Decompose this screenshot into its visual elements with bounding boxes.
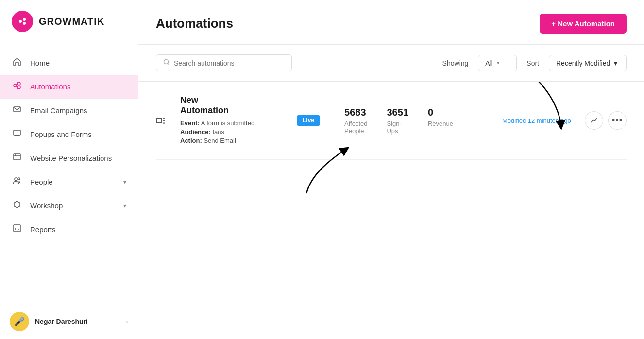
showing-dropdown[interactable]: All ▾ — [478, 55, 517, 71]
sidebar-item-people-label: People — [30, 178, 116, 186]
svg-point-5 — [17, 86, 20, 89]
svg-point-14 — [15, 178, 17, 181]
automation-list: NewAutomation Event: A form is submitted… — [138, 82, 644, 339]
stat-label-signups: Sign-Ups — [387, 120, 408, 135]
chart-button[interactable] — [585, 111, 603, 130]
people-chevron-icon: ▾ — [123, 179, 126, 186]
stat-value-signups: 3651 — [387, 107, 408, 118]
stat-label-affected: AffectedPeople — [344, 120, 367, 135]
people-icon — [12, 176, 22, 187]
svg-line-7 — [17, 86, 17, 87]
search-input[interactable] — [174, 59, 285, 67]
sidebar-item-home-label: Home — [30, 59, 126, 67]
stats-area: 5683 AffectedPeople 3651 Sign-Ups 0 Reve… — [344, 107, 492, 135]
svg-point-4 — [17, 82, 20, 85]
svg-rect-8 — [14, 107, 20, 112]
website-icon — [12, 153, 22, 164]
toolbar: Showing All ▾ Sort Recently Modified ▾ — [138, 45, 644, 82]
sidebar-nav: Home Automations Email Ca — [0, 43, 138, 304]
more-options-button[interactable]: ••• — [608, 111, 627, 130]
sidebar-item-workshop-label: Workshop — [30, 202, 116, 210]
sidebar-item-home[interactable]: Home — [0, 51, 138, 75]
sidebar-item-workshop[interactable]: Workshop ▾ — [0, 194, 138, 218]
user-chevron-icon: › — [126, 318, 128, 325]
sidebar-item-email-campaigns[interactable]: Email Campaigns — [0, 99, 138, 122]
svg-rect-9 — [14, 130, 20, 135]
sidebar-item-website[interactable]: Website Personalizations — [0, 146, 138, 170]
automations-icon — [12, 81, 22, 92]
showing-label: Showing — [442, 59, 469, 67]
sort-dropdown[interactable]: Recently Modified ▾ — [549, 55, 627, 71]
new-automation-button[interactable]: + New Automation — [540, 14, 627, 34]
stat-affected-people: 5683 AffectedPeople — [344, 107, 367, 135]
sidebar-item-email-label: Email Campaigns — [30, 106, 126, 115]
flow-dots — [163, 118, 165, 124]
svg-rect-11 — [14, 154, 20, 160]
logo-text: GROWMATIK — [39, 16, 104, 27]
sidebar: GROWMATIK Home Automations — [0, 0, 138, 339]
sidebar-item-website-label: Website Personalizations — [30, 154, 126, 162]
stat-value-revenue: 0 — [428, 107, 453, 118]
automation-event: Event: A form is submitted — [180, 119, 277, 127]
user-name: Negar Dareshuri — [35, 318, 120, 325]
sidebar-item-automations[interactable]: Automations — [0, 75, 138, 99]
logo-icon — [12, 11, 33, 32]
reports-icon — [12, 224, 22, 235]
workshop-chevron-icon: ▾ — [123, 203, 126, 209]
email-icon — [12, 105, 22, 116]
sidebar-item-people[interactable]: People ▾ — [0, 170, 138, 194]
svg-point-15 — [18, 178, 20, 180]
sidebar-item-reports[interactable]: Reports — [0, 218, 138, 241]
automation-flow-icon — [156, 118, 170, 124]
showing-chevron-icon: ▾ — [497, 60, 500, 66]
svg-point-0 — [19, 20, 22, 23]
flow-square — [156, 118, 162, 123]
main-header: Automations + New Automation — [138, 0, 644, 45]
svg-rect-10 — [15, 135, 19, 136]
sidebar-item-reports-label: Reports — [30, 225, 126, 234]
svg-point-2 — [23, 22, 26, 25]
automation-info: NewAutomation Event: A form is submitted… — [180, 95, 277, 146]
automation-audience: Audience: fans — [180, 128, 277, 136]
showing-value: All — [485, 59, 493, 67]
svg-point-3 — [14, 84, 17, 87]
user-profile[interactable]: 🎤 Negar Dareshuri › — [0, 304, 138, 339]
sort-value: Recently Modified — [556, 59, 610, 67]
search-icon — [163, 59, 170, 67]
avatar: 🎤 — [10, 312, 29, 331]
stat-value-affected: 5683 — [344, 107, 367, 118]
sidebar-item-popups[interactable]: Popups and Forms — [0, 122, 138, 146]
main-content: Automations + New Automation Showing All… — [138, 0, 644, 339]
sidebar-logo: GROWMATIK — [0, 0, 138, 43]
popups-icon — [12, 129, 22, 140]
stat-signups: 3651 Sign-Ups — [387, 107, 408, 135]
sidebar-item-popups-label: Popups and Forms — [30, 130, 126, 138]
page-title: Automations — [156, 16, 233, 31]
modified-text: Modified 12 minutes ago — [502, 117, 575, 124]
svg-line-6 — [17, 84, 17, 85]
sort-label: Sort — [526, 59, 539, 67]
sort-chevron-icon: ▾ — [614, 59, 617, 67]
workshop-icon — [12, 200, 22, 211]
stat-revenue: 0 Revenue — [428, 107, 453, 135]
table-row: NewAutomation Event: A form is submitted… — [156, 82, 627, 160]
home-icon — [12, 57, 22, 68]
automation-action: Action: Send Email — [180, 137, 277, 144]
stat-label-revenue: Revenue — [428, 120, 453, 127]
svg-point-20 — [164, 60, 169, 64]
live-badge: Live — [297, 115, 320, 126]
action-buttons: ••• — [585, 111, 627, 130]
sidebar-item-automations-label: Automations — [30, 83, 126, 91]
search-box[interactable] — [156, 54, 292, 71]
svg-line-21 — [168, 64, 170, 66]
svg-point-1 — [23, 18, 26, 21]
automation-name: NewAutomation — [180, 95, 277, 116]
